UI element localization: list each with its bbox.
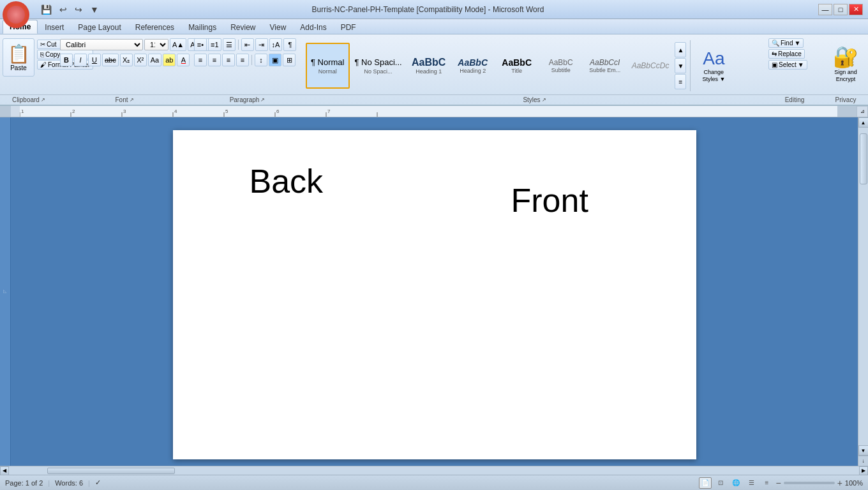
document-canvas[interactable]: Back Front — [11, 117, 858, 472]
svg-text:6: 6 — [276, 108, 280, 114]
status-divider2: | — [88, 479, 90, 487]
scroll-thumb[interactable] — [860, 133, 867, 184]
maximize-button[interactable]: □ — [834, 4, 848, 15]
subscript-button[interactable]: X₂ — [120, 54, 133, 66]
scroll-down-button[interactable]: ▼ — [858, 445, 869, 456]
style-title[interactable]: AaBbC Title — [495, 43, 539, 89]
style-subtle-emphasis[interactable]: AaBbCcI Subtle Em... — [583, 43, 627, 89]
zoom-in-button[interactable]: + — [837, 478, 842, 488]
vertical-scrollbar[interactable]: ▲ ▼ ↓ — [858, 117, 868, 466]
svg-text:5: 5 — [225, 108, 228, 114]
style-extra[interactable]: AaBbCcDc — [627, 43, 674, 89]
font-color-button[interactable]: A — [177, 54, 190, 66]
justify-button[interactable]: ≡ — [236, 54, 249, 66]
bold-button[interactable]: B — [60, 54, 73, 66]
ruler-left-margin — [0, 106, 11, 117]
style-h1-preview: AaBbC — [412, 57, 445, 68]
style-h2-preview: AaBbC — [458, 57, 488, 68]
spell-check-icon[interactable]: ✓ — [95, 479, 101, 487]
office-button[interactable] — [3, 1, 29, 28]
select-icon: ▣ — [772, 61, 777, 68]
superscript-button[interactable]: X² — [134, 54, 147, 66]
zoom-slider[interactable] — [784, 482, 835, 484]
text-back[interactable]: Back — [250, 162, 324, 200]
line-spacing-button[interactable]: ↕ — [255, 54, 267, 66]
draft-button[interactable]: ≡ — [760, 477, 773, 489]
style-normal-preview: ¶ Normal — [311, 57, 345, 67]
align-left-button[interactable]: ≡ — [194, 54, 207, 66]
style-heading1[interactable]: AaBbC Heading 1 — [407, 43, 451, 89]
multilevel-list-button[interactable]: ☰ — [223, 38, 236, 51]
change-case-button[interactable]: Aa — [148, 54, 161, 66]
outline-button[interactable]: ☰ — [745, 477, 758, 489]
tab-page-layout[interactable]: Page Layout — [71, 20, 128, 34]
close-button[interactable]: ✕ — [849, 4, 863, 15]
status-left: Page: 1 of 2 | Words: 6 | ✓ — [5, 479, 101, 487]
font-format-row: B I U abc X₂ X² Aa ab A — [60, 54, 190, 66]
h-scroll-thumb[interactable] — [47, 468, 175, 474]
word-count: Words: 6 — [55, 479, 83, 487]
ribbon: 📋 Paste ✂ Cut ⎘ Copy 🖌 Format Painter C — [0, 34, 868, 106]
styles-section: ¶ Normal Normal ¶ No Spaci... No Spaci..… — [303, 36, 766, 105]
print-layout-button[interactable]: 📄 — [699, 477, 712, 489]
scroll-left-button[interactable]: ◀ — [0, 466, 9, 475]
bullets-button[interactable]: ≡• — [194, 38, 207, 51]
tab-references[interactable]: References — [128, 20, 181, 34]
paragraph-expand-icon[interactable]: ↗ — [260, 97, 265, 103]
numbering-button[interactable]: ≡1 — [208, 38, 221, 51]
strikethrough-button[interactable]: abc — [102, 54, 119, 66]
decrease-indent-button[interactable]: ⇤ — [241, 38, 254, 51]
sort-button[interactable]: ↕A — [269, 38, 283, 51]
tab-insert[interactable]: Insert — [38, 20, 71, 34]
style-no-spacing[interactable]: ¶ No Spaci... No Spaci... — [350, 43, 407, 89]
increase-font-button[interactable]: A▲ — [170, 38, 186, 51]
privacy-section: 🔐 Sign andEncrypt Privacy — [823, 36, 868, 105]
align-right-button[interactable]: ≡ — [222, 54, 235, 66]
style-heading2[interactable]: AaBbC Heading 2 — [451, 43, 495, 89]
tab-mailings[interactable]: Mailings — [181, 20, 223, 34]
text-front[interactable]: Front — [511, 181, 588, 219]
styles-more[interactable]: ≡ — [675, 74, 686, 89]
tab-pdf[interactable]: PDF — [334, 20, 363, 34]
paste-button[interactable]: 📋 Paste — [3, 38, 34, 77]
align-center-button[interactable]: ≡ — [208, 54, 221, 66]
tab-review[interactable]: Review — [223, 20, 262, 34]
font-expand-icon[interactable]: ↗ — [130, 97, 134, 103]
page-down-button[interactable]: ↓ — [858, 456, 869, 466]
increase-indent-button[interactable]: ⇥ — [255, 38, 268, 51]
styles-expand-icon[interactable]: ↗ — [542, 97, 546, 103]
select-button[interactable]: ▣ Select ▼ — [768, 60, 807, 70]
tab-add-ins[interactable]: Add-Ins — [293, 20, 333, 34]
scroll-up-button[interactable]: ▲ — [858, 117, 869, 128]
full-screen-button[interactable]: ⊡ — [714, 477, 727, 489]
horizontal-scrollbar[interactable]: ◀ ▶ — [0, 466, 868, 475]
underline-button[interactable]: U — [88, 54, 101, 66]
zoom-out-button[interactable]: − — [775, 478, 781, 488]
font-size-select[interactable]: 11 — [144, 39, 168, 50]
tab-view[interactable]: View — [263, 20, 294, 34]
style-normal[interactable]: ¶ Normal Normal — [306, 43, 350, 89]
styles-scroll-up[interactable]: ▲ — [675, 42, 686, 57]
shading-button[interactable]: ▣ — [269, 54, 281, 66]
scroll-right-button[interactable]: ▶ — [859, 466, 868, 475]
change-styles-button[interactable]: Aa ChangeStyles ▼ — [694, 40, 733, 91]
show-hide-button[interactable]: ¶ — [283, 38, 296, 51]
style-subtitle[interactable]: AaBbC Subtitle — [539, 43, 583, 89]
ruler-track[interactable]: 1 2 3 4 5 6 7 — [20, 106, 837, 117]
paste-icon: 📋 — [8, 43, 30, 64]
clipboard-expand-icon[interactable]: ↗ — [41, 97, 45, 103]
highlight-button[interactable]: ab — [163, 54, 176, 66]
sign-encrypt-button[interactable]: 🔐 Sign andEncrypt — [827, 38, 865, 89]
document-page[interactable]: Back Front — [173, 130, 696, 459]
clipboard-section: 📋 Paste ✂ Cut ⎘ Copy 🖌 Format Painter C — [0, 36, 57, 105]
window-controls: — □ ✕ — [818, 4, 863, 15]
styles-scroll-down[interactable]: ▼ — [675, 58, 686, 73]
status-divider1: | — [48, 479, 50, 487]
web-layout-button[interactable]: 🌐 — [730, 477, 742, 489]
replace-button[interactable]: ⇆ Replace — [768, 49, 805, 59]
font-name-select[interactable]: Calibri — [60, 39, 143, 50]
borders-button[interactable]: ⊞ — [283, 54, 296, 66]
find-button[interactable]: 🔍 Find ▼ — [768, 38, 804, 48]
minimize-button[interactable]: — — [818, 4, 832, 15]
italic-button[interactable]: I — [74, 54, 87, 66]
